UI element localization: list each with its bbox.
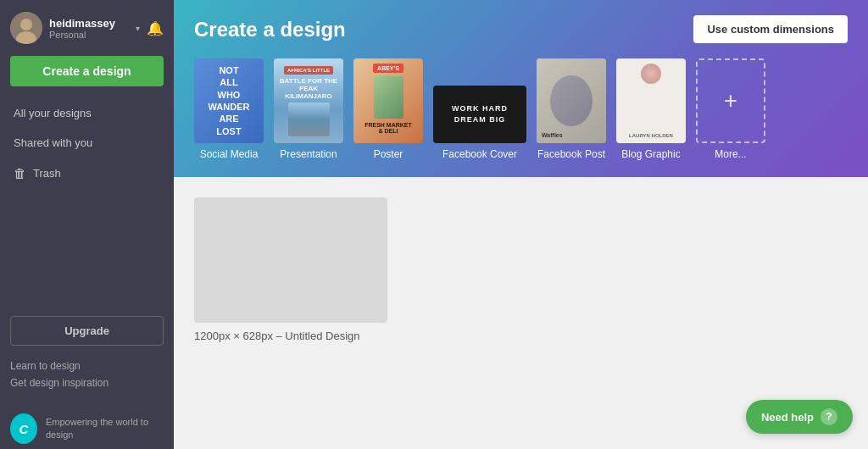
design-type-social-media[interactable]: NOTALL WHOWANDERARE LOST Social Media <box>194 58 264 160</box>
facebook-post-label: Facebook Post <box>537 148 605 160</box>
design-type-facebook-post[interactable]: Waffles Facebook Post <box>537 58 606 160</box>
facebook-post-text: Waffles <box>542 132 601 138</box>
sidebar-bottom: Upgrade Learn to design Get design inspi… <box>0 308 174 403</box>
facebook-post-thumb: Waffles <box>537 58 606 143</box>
design-type-more[interactable]: + More... <box>696 58 765 160</box>
blog-header <box>641 64 661 84</box>
sidebar-header: heidimassey Personal ▾ 🔔 <box>0 0 174 53</box>
poster-text: FRESH MARKET& DELI <box>364 122 412 134</box>
need-help-label: Need help <box>761 411 814 424</box>
custom-dimensions-button[interactable]: Use custom dimensions <box>693 15 848 43</box>
facebook-cover-thumb: WORK HARDDREAM BIG <box>433 86 526 143</box>
more-thumb: + <box>696 58 765 143</box>
blog-graphic-label: Blog Graphic <box>621 148 680 160</box>
design-type-poster[interactable]: ABEY'S FRESH MARKET& DELI Poster <box>353 58 423 160</box>
canva-tagline: Empowering the world to design <box>46 416 164 442</box>
social-media-label: Social Media <box>200 148 259 160</box>
avatar <box>10 12 42 44</box>
main-content: Create a design Use custom dimensions NO… <box>174 0 868 449</box>
sidebar-item-all-designs[interactable]: All your designs <box>0 98 174 128</box>
sidebar-item-label: Trash <box>33 167 61 180</box>
blog-name: LAURYN HOLDEN <box>629 133 673 138</box>
design-type-blog-graphic[interactable]: LAURYN HOLDEN Blog Graphic <box>616 58 686 160</box>
social-media-thumb-text: NOTALL WHOWANDERARE LOST <box>201 58 257 143</box>
banner-header: Create a design Use custom dimensions <box>194 15 848 43</box>
upgrade-button[interactable]: Upgrade <box>10 316 164 346</box>
sidebar-item-label: Shared with you <box>14 136 92 149</box>
banner: Create a design Use custom dimensions NO… <box>174 0 868 177</box>
design-types-row: NOTALL WHOWANDERARE LOST Social Media AF… <box>194 58 848 160</box>
canva-logo: C <box>10 413 37 444</box>
learn-design-link[interactable]: Learn to design <box>10 358 164 374</box>
presentation-label: Presentation <box>280 148 337 160</box>
design-type-facebook-cover[interactable]: WORK HARDDREAM BIG Facebook Cover <box>433 86 526 160</box>
design-inspiration-link[interactable]: Get design inspiration <box>10 374 164 391</box>
design-card-label: 1200px × 628px – Untitled Design <box>194 330 387 342</box>
trash-icon: 🗑 <box>14 166 26 180</box>
blog-avatar <box>641 64 661 84</box>
canva-branding: C Empowering the world to design <box>0 403 174 449</box>
create-design-button[interactable]: Create a design <box>10 56 164 86</box>
design-type-presentation[interactable]: AFRICA'S LITTLE BATTLE FOR THE PEAKKILIM… <box>274 58 343 160</box>
design-card[interactable]: 1200px × 628px – Untitled Design <box>194 197 387 342</box>
user-info: heidimassey Personal <box>49 17 129 40</box>
presentation-badge: AFRICA'S LITTLE <box>284 66 333 75</box>
sidebar-item-label: All your designs <box>14 107 92 119</box>
sidebar-item-shared[interactable]: Shared with you <box>0 128 174 158</box>
user-name: heidimassey <box>49 17 129 30</box>
poster-label: Poster <box>374 148 403 160</box>
social-media-thumb: NOTALL WHOWANDERARE LOST <box>194 58 264 143</box>
sidebar: heidimassey Personal ▾ 🔔 Create a design… <box>0 0 174 449</box>
need-help-button[interactable]: Need help ? <box>746 400 853 434</box>
page-title: Create a design <box>194 18 346 42</box>
poster-thumb: ABEY'S FRESH MARKET& DELI <box>353 58 423 143</box>
presentation-title: BATTLE FOR THE PEAKKILIMANJARO <box>279 77 338 100</box>
poster-sale-badge: ABEY'S <box>373 64 403 73</box>
facebook-cover-text: WORK HARDDREAM BIG <box>452 103 508 126</box>
facebook-cover-label: Facebook Cover <box>442 148 517 160</box>
sidebar-item-trash[interactable]: 🗑 Trash <box>0 158 174 189</box>
more-label: More... <box>715 148 746 160</box>
presentation-thumb: AFRICA'S LITTLE BATTLE FOR THE PEAKKILIM… <box>274 58 343 143</box>
chevron-down-icon[interactable]: ▾ <box>136 24 140 33</box>
design-preview-thumbnail <box>194 197 387 323</box>
poster-image <box>374 76 403 119</box>
help-icon: ? <box>821 408 837 425</box>
user-type: Personal <box>49 30 129 40</box>
blog-graphic-thumb: LAURYN HOLDEN <box>616 58 686 143</box>
presentation-img <box>288 103 330 136</box>
sidebar-nav: All your designs Shared with you 🗑 Trash <box>0 98 174 308</box>
svg-point-1 <box>20 19 32 30</box>
bell-icon[interactable]: 🔔 <box>147 20 164 36</box>
